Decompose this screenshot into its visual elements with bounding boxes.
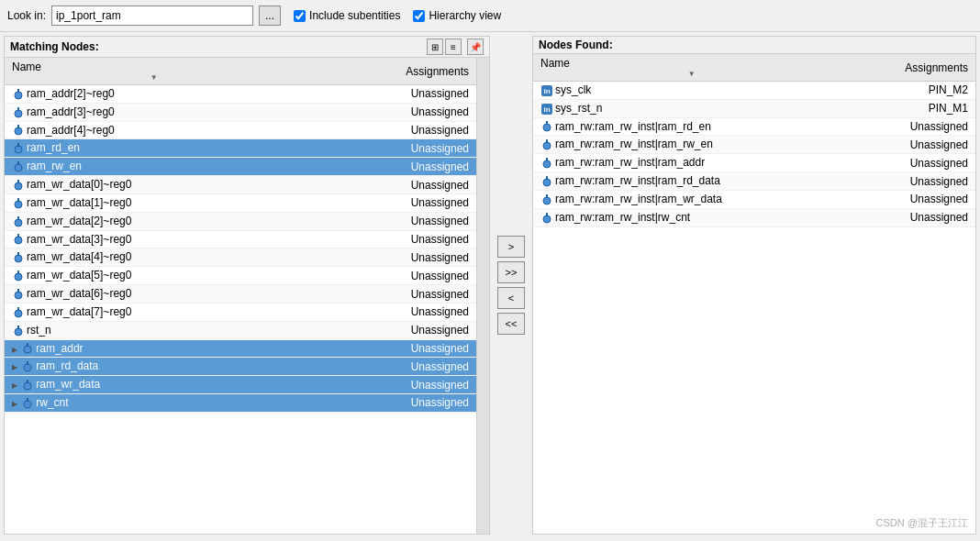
node-assignments: PIN_M2 bbox=[850, 82, 975, 100]
table-row[interactable]: ram_addr[4]~reg0Unassigned bbox=[5, 121, 476, 139]
node-type-icon bbox=[12, 306, 25, 319]
pin-btn[interactable]: 📌 bbox=[467, 39, 484, 55]
node-assignments: Unassigned bbox=[304, 121, 476, 139]
browse-button[interactable]: ... bbox=[259, 6, 281, 26]
top-bar: Look in: ... Include subentities Hierarc… bbox=[0, 0, 980, 32]
node-type-icon bbox=[12, 179, 25, 192]
node-type-icon: in bbox=[540, 84, 553, 97]
node-name: ram_wr_data bbox=[36, 378, 100, 391]
table-row[interactable]: ram_wr_data[0]~reg0Unassigned bbox=[5, 176, 476, 194]
table-row[interactable]: ▶ ram_rd_dataUnassigned bbox=[5, 358, 476, 376]
svg-point-14 bbox=[15, 219, 22, 226]
table-row[interactable]: ▶ ram_wr_dataUnassigned bbox=[5, 376, 476, 394]
left-assignments-col-header: Assignments bbox=[311, 65, 469, 78]
node-assignments: Unassigned bbox=[850, 154, 975, 172]
node-type-icon bbox=[21, 360, 34, 373]
node-assignments: Unassigned bbox=[304, 248, 476, 267]
left-name-sort-arrow[interactable]: ▼ bbox=[12, 73, 296, 82]
node-name: ram_addr bbox=[36, 342, 83, 355]
node-name: ram_wr_data[6]~reg0 bbox=[27, 287, 131, 300]
node-assignments: Unassigned bbox=[304, 321, 476, 339]
node-name: ram_wr_data[7]~reg0 bbox=[27, 305, 131, 318]
node-type-icon bbox=[12, 233, 25, 246]
svg-point-26 bbox=[15, 328, 22, 336]
table-row[interactable]: ram_rw:ram_rw_inst|rw_cntUnassigned bbox=[533, 208, 975, 226]
node-name: ram_rw:ram_rw_inst|ram_rw_en bbox=[555, 138, 713, 150]
matching-nodes-panel: Matching Nodes: ⊞ ≡ 📌 Name ▼ bbox=[4, 36, 490, 535]
svg-point-8 bbox=[15, 164, 22, 171]
svg-point-48 bbox=[543, 197, 551, 204]
left-scrollbar[interactable] bbox=[476, 58, 489, 534]
svg-point-20 bbox=[15, 273, 22, 281]
node-name: ram_wr_data[1]~reg0 bbox=[27, 196, 131, 209]
expand-arrow-icon[interactable]: ▶ bbox=[12, 400, 19, 408]
expand-arrow-icon[interactable]: ▶ bbox=[12, 381, 19, 390]
table-row[interactable]: ram_rw:ram_rw_inst|ram_rd_enUnassigned bbox=[533, 117, 975, 136]
table-row[interactable]: ram_wr_data[7]~reg0Unassigned bbox=[5, 303, 476, 321]
node-type-icon bbox=[12, 142, 25, 155]
node-type-icon bbox=[12, 270, 25, 282]
node-name: ram_wr_data[3]~reg0 bbox=[27, 233, 131, 246]
table-row[interactable]: ram_wr_data[4]~reg0Unassigned bbox=[5, 248, 476, 267]
table-row[interactable]: ram_rw:ram_rw_inst|ram_addrUnassigned bbox=[533, 154, 975, 172]
svg-text:in: in bbox=[543, 87, 550, 95]
node-assignments: Unassigned bbox=[850, 190, 975, 208]
node-name: ram_addr[4]~reg0 bbox=[27, 124, 115, 137]
table-row[interactable]: ▶ rw_cntUnassigned bbox=[5, 394, 476, 413]
table-row[interactable]: ram_rd_enUnassigned bbox=[5, 139, 476, 158]
table-row[interactable]: ram_wr_data[6]~reg0Unassigned bbox=[5, 285, 476, 304]
look-in-input[interactable] bbox=[51, 6, 253, 26]
node-name: ram_rw:ram_rw_inst|ram_rd_data bbox=[555, 174, 720, 187]
include-subentities-checkbox[interactable] bbox=[294, 10, 306, 22]
table-row[interactable]: rst_nUnassigned bbox=[5, 321, 476, 339]
node-name: ram_rw:ram_rw_inst|ram_addr bbox=[555, 156, 705, 169]
move-all-right-btn[interactable]: >> bbox=[497, 261, 525, 283]
table-row[interactable]: in sys_rst_nPIN_M1 bbox=[533, 99, 975, 117]
hierarchy-view-checkbox[interactable] bbox=[413, 10, 425, 22]
node-name: ram_rw:ram_rw_inst|ram_wr_data bbox=[555, 193, 722, 205]
node-assignments: Unassigned bbox=[304, 158, 476, 176]
move-right-btn[interactable]: > bbox=[497, 236, 525, 258]
node-type-icon bbox=[12, 124, 25, 137]
node-name: ram_rw:ram_rw_inst|rw_cnt bbox=[555, 211, 690, 224]
table-row[interactable]: ram_rw:ram_rw_inst|ram_rd_dataUnassigned bbox=[533, 172, 975, 191]
table-row[interactable]: ram_rw_enUnassigned bbox=[5, 158, 476, 176]
node-name: ram_rw_en bbox=[27, 160, 82, 172]
table-row[interactable]: ram_wr_data[1]~reg0Unassigned bbox=[5, 193, 476, 212]
node-type-icon bbox=[12, 106, 25, 119]
right-name-sort-arrow[interactable]: ▼ bbox=[540, 70, 842, 78]
table-row[interactable]: in sys_clkPIN_M2 bbox=[533, 82, 975, 100]
table-row[interactable]: ▶ ram_addrUnassigned bbox=[5, 339, 476, 358]
grid-view-btn[interactable]: ⊞ bbox=[427, 39, 443, 55]
table-row[interactable]: ram_addr[2]~reg0Unassigned bbox=[5, 85, 476, 104]
node-type-icon: in bbox=[540, 103, 553, 116]
node-type-icon bbox=[540, 193, 553, 206]
node-assignments: Unassigned bbox=[304, 230, 476, 248]
table-row[interactable]: ram_wr_data[5]~reg0Unassigned bbox=[5, 267, 476, 285]
node-name: ram_rw:ram_rw_inst|ram_rd_en bbox=[555, 120, 711, 133]
table-row[interactable]: ram_wr_data[2]~reg0Unassigned bbox=[5, 212, 476, 230]
svg-point-22 bbox=[15, 292, 22, 299]
node-assignments: Unassigned bbox=[304, 303, 476, 321]
node-name: sys_rst_n bbox=[555, 102, 602, 115]
svg-point-46 bbox=[543, 179, 551, 186]
svg-point-30 bbox=[24, 364, 31, 371]
move-all-left-btn[interactable]: << bbox=[497, 313, 525, 335]
node-assignments: Unassigned bbox=[304, 267, 476, 285]
svg-point-50 bbox=[543, 215, 551, 223]
hierarchy-view-label: Hierarchy view bbox=[429, 9, 501, 22]
list-view-btn[interactable]: ≡ bbox=[445, 39, 462, 55]
node-assignments: Unassigned bbox=[304, 176, 476, 194]
node-name: rw_cnt bbox=[36, 396, 68, 409]
node-type-icon bbox=[12, 288, 25, 301]
node-assignments: Unassigned bbox=[304, 139, 476, 158]
table-row[interactable]: ram_rw:ram_rw_inst|ram_wr_dataUnassigned bbox=[533, 190, 975, 208]
expand-arrow-icon[interactable]: ▶ bbox=[12, 363, 19, 371]
move-left-btn[interactable]: < bbox=[497, 287, 525, 309]
node-name: sys_clk bbox=[555, 83, 591, 96]
svg-point-44 bbox=[543, 160, 551, 168]
table-row[interactable]: ram_addr[3]~reg0Unassigned bbox=[5, 103, 476, 121]
table-row[interactable]: ram_wr_data[3]~reg0Unassigned bbox=[5, 230, 476, 248]
expand-arrow-icon[interactable]: ▶ bbox=[12, 346, 19, 354]
table-row[interactable]: ram_rw:ram_rw_inst|ram_rw_enUnassigned bbox=[533, 136, 975, 154]
